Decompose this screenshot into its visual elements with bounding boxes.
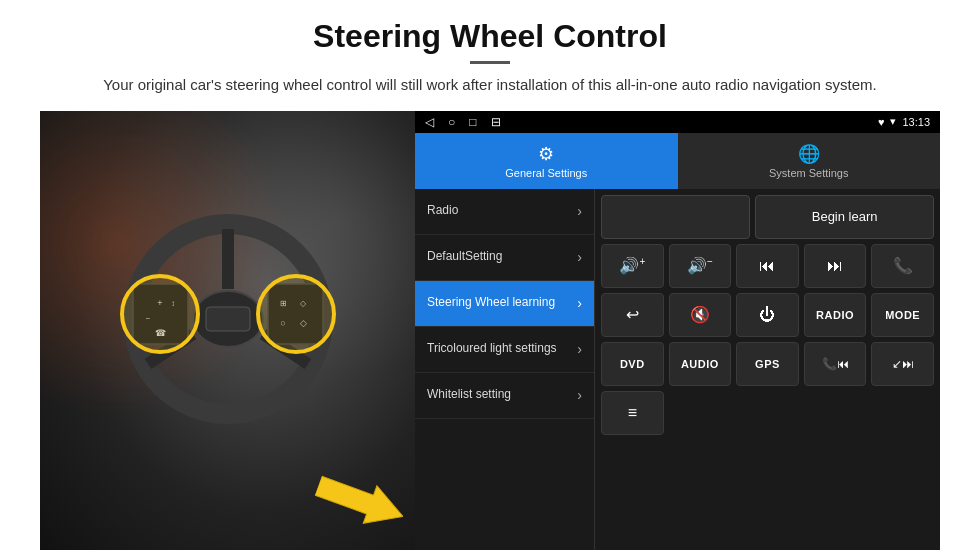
dvd-label: DVD [620,358,645,370]
hangup-button[interactable]: ↩ [601,293,664,337]
android-screen: ◁ ○ □ ⊟ ♥ ▾ 13:13 ⚙ General Settings [415,111,940,551]
call-icon: 📞 [893,256,913,275]
power-button[interactable]: ⏻ [736,293,799,337]
call-next-icon: ↙⏭ [892,357,914,371]
menu-steering-label: Steering Wheel learning [427,295,555,311]
ctrl-row-2: ↩ 🔇 ⏻ RADIO MODE [601,293,934,337]
mode-button[interactable]: MODE [871,293,934,337]
call-next-button[interactable]: ↙⏭ [871,342,934,386]
control-panel: Begin learn 🔊+ 🔊− ⏮ [595,189,940,551]
steering-wheel-panel: + − ↕ ☎ ⊞ ◇ ○ ◇ [40,111,415,551]
call-button[interactable]: 📞 [871,244,934,288]
wifi-icon: ▾ [890,115,896,128]
radio-label: RADIO [816,309,854,321]
system-settings-icon: 🌐 [798,143,820,165]
vol-up-button[interactable]: 🔊+ [601,244,664,288]
mute-icon: 🔇 [690,305,710,324]
svg-rect-5 [206,307,250,331]
recents-icon[interactable]: □ [469,115,476,129]
location-icon: ♥ [878,116,885,128]
menu-dots-icon[interactable]: ⊟ [491,115,501,129]
steering-wheel-bg: + − ↕ ☎ ⊞ ◇ ○ ◇ [40,111,415,551]
steering-wheel-svg: + − ↕ ☎ ⊞ ◇ ○ ◇ [118,209,338,429]
page-title: Steering Wheel Control [313,18,667,55]
menu-item-tricoloured[interactable]: Tricoloured light settings › [415,327,594,373]
gps-button[interactable]: GPS [736,342,799,386]
menu-steering-chevron: › [577,295,582,311]
menu-default-label: DefaultSetting [427,249,502,265]
menu-radio-label: Radio [427,203,458,219]
status-nav-icons: ◁ ○ □ ⊟ [425,115,501,129]
svg-point-17 [258,276,334,352]
ctrl-row-3: DVD AUDIO GPS 📞⏮ ↙⏭ [601,342,934,386]
menu-item-whitelist[interactable]: Whitelist setting › [415,373,594,419]
title-divider [470,61,510,64]
back-icon[interactable]: ◁ [425,115,434,129]
menu-list: Radio › DefaultSetting › Steering Wheel … [415,189,595,551]
ctrl-row-4: ≡ [601,391,934,435]
dvd-button[interactable]: DVD [601,342,664,386]
hamburger-icon: ≡ [628,404,637,422]
menu-item-radio[interactable]: Radio › [415,189,594,235]
menu-item-defaultsetting[interactable]: DefaultSetting › [415,235,594,281]
power-icon: ⏻ [759,306,775,324]
hangup-icon: ↩ [626,305,639,324]
tab-bar: ⚙ General Settings 🌐 System Settings [415,133,940,189]
svg-point-16 [122,276,198,352]
mode-label: MODE [885,309,920,321]
content-row: + − ↕ ☎ ⊞ ◇ ○ ◇ [40,111,940,551]
home-icon[interactable]: ○ [448,115,455,129]
page-subtitle: Your original car's steering wheel contr… [103,74,877,97]
audio-button[interactable]: AUDIO [669,342,732,386]
status-bar: ◁ ○ □ ⊟ ♥ ▾ 13:13 [415,111,940,133]
time-display: 13:13 [902,116,930,128]
menu-area: Radio › DefaultSetting › Steering Wheel … [415,189,940,551]
page-container: Steering Wheel Control Your original car… [0,0,980,560]
top-ctrl-row: Begin learn [601,195,934,239]
call-prev-button[interactable]: 📞⏮ [804,342,867,386]
tab-general-settings[interactable]: ⚙ General Settings [415,133,678,189]
prev-icon: ⏮ [759,257,775,275]
mute-button[interactable]: 🔇 [669,293,732,337]
vol-down-icon: 🔊− [687,256,713,275]
gps-label: GPS [755,358,780,370]
menu-tricoloured-chevron: › [577,341,582,357]
tab-system-settings[interactable]: 🌐 System Settings [678,133,941,189]
general-settings-icon: ⚙ [538,143,554,165]
prev-track-button[interactable]: ⏮ [736,244,799,288]
tab-general-label: General Settings [505,167,587,179]
menu-tricoloured-label: Tricoloured light settings [427,341,557,357]
status-system-icons: ♥ ▾ 13:13 [878,115,930,128]
menu-default-chevron: › [577,249,582,265]
begin-learn-button[interactable]: Begin learn [755,195,934,239]
menu-radio-chevron: › [577,203,582,219]
tab-system-label: System Settings [769,167,848,179]
ctrl-row-1: 🔊+ 🔊− ⏮ ⏭ 📞 [601,244,934,288]
begin-learn-label: Begin learn [812,209,878,224]
menu-item-steering-wheel[interactable]: Steering Wheel learning › [415,281,594,327]
next-icon: ⏭ [827,257,843,275]
menu-whitelist-chevron: › [577,387,582,403]
radio-button[interactable]: RADIO [804,293,867,337]
call-prev-icon: 📞⏮ [822,357,849,371]
vol-up-icon: 🔊+ [619,256,645,275]
vol-down-button[interactable]: 🔊− [669,244,732,288]
menu-button[interactable]: ≡ [601,391,664,435]
menu-whitelist-label: Whitelist setting [427,387,511,403]
next-track-button[interactable]: ⏭ [804,244,867,288]
blank-input-box [601,195,750,239]
audio-label: AUDIO [681,358,719,370]
